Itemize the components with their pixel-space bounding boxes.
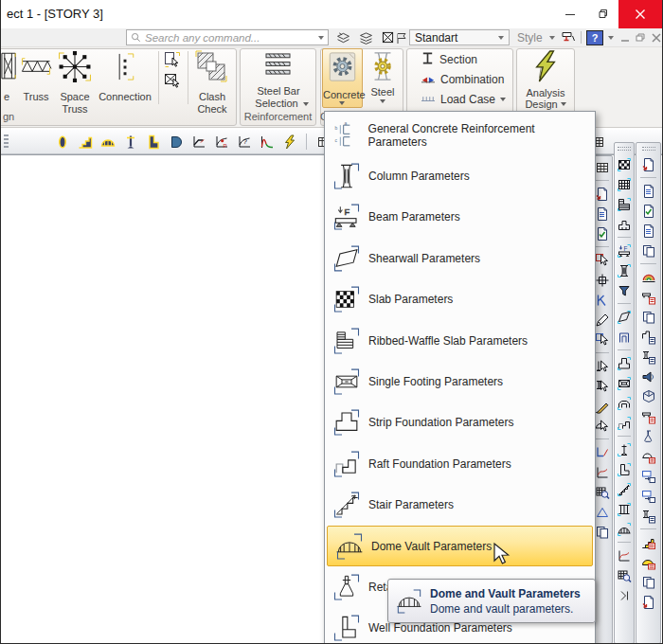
doc-restore-button[interactable]	[634, 31, 647, 44]
blocks-icon[interactable]	[615, 215, 634, 233]
doc-col-icon[interactable]	[636, 348, 660, 366]
curve-red-icon[interactable]	[615, 546, 634, 564]
menu-item[interactable]: Strip Foundation Parameters	[325, 402, 595, 443]
doc-check-icon[interactable]	[593, 224, 612, 242]
ribbed-icon[interactable]	[615, 195, 634, 213]
toolbar-grip[interactable]	[618, 147, 631, 151]
format-painter-icon[interactable]	[559, 29, 578, 45]
doc-blue-icon[interactable]	[636, 182, 660, 200]
toolbar-grip[interactable]	[4, 134, 9, 150]
foot-icon[interactable]	[615, 354, 634, 372]
frame-icon[interactable]	[1, 51, 19, 82]
chart-p-icon[interactable]: P	[212, 132, 230, 152]
beamF-icon[interactable]: F	[615, 242, 634, 259]
raft-icon[interactable]	[615, 414, 634, 432]
doc-beam-icon[interactable]	[636, 288, 660, 306]
column-hl-icon[interactable]	[53, 132, 71, 152]
doc-flask-icon[interactable]	[636, 427, 660, 445]
search-dropdown-icon[interactable]	[318, 36, 324, 40]
col-sel-icon[interactable]	[593, 377, 612, 395]
doc-red-icon[interactable]	[593, 185, 612, 203]
bridge-icon[interactable]	[615, 394, 634, 412]
menu-item[interactable]: Shearwall Parameters	[325, 238, 595, 278]
pole-sel-icon[interactable]	[593, 357, 612, 375]
chart-q-icon[interactable]: ?	[235, 132, 253, 152]
domeplan-hl-icon[interactable]	[167, 132, 185, 152]
dome-sel-icon[interactable]	[593, 417, 612, 435]
concrete-button[interactable]: Concrete	[322, 48, 363, 108]
bldg-3d-icon[interactable]	[636, 387, 660, 405]
arrow-red-icon[interactable]	[593, 251, 612, 269]
tri-blue-icon[interactable]	[593, 503, 612, 521]
minimize-button[interactable]	[554, 0, 586, 28]
corner-icon[interactable]	[615, 460, 634, 478]
arrow-blue-icon[interactable]	[593, 331, 612, 349]
doc-rect-icon[interactable]	[636, 467, 660, 485]
layer-down-icon[interactable]	[356, 29, 375, 45]
search-input[interactable]: Search any command...	[126, 29, 329, 45]
column-icon[interactable]	[615, 261, 634, 279]
close-button[interactable]	[618, 0, 662, 28]
footing-icon[interactable]	[615, 374, 634, 392]
waffle-mag-icon[interactable]	[615, 566, 634, 584]
steel-bar-selection-icon[interactable]	[264, 52, 292, 76]
table-grid-icon[interactable]	[593, 158, 612, 176]
menu-item[interactable]: Slab Parameters	[325, 279, 595, 320]
doc-col-icon[interactable]	[636, 507, 660, 525]
flag-icon[interactable]	[392, 29, 411, 45]
doc-red-icon[interactable]	[636, 155, 660, 173]
waffle-mag-icon[interactable]	[593, 483, 612, 501]
funnel-icon[interactable]	[615, 281, 634, 299]
curve-red-icon[interactable]	[593, 463, 612, 481]
space-truss-icon[interactable]	[58, 50, 92, 83]
space-truss-button-line2[interactable]: Truss	[56, 103, 94, 115]
dome16-icon[interactable]	[615, 520, 634, 538]
clash-check-button[interactable]: Clash	[197, 91, 227, 102]
maximize-button[interactable]	[586, 0, 618, 28]
expand-icon[interactable]	[615, 586, 634, 604]
deselect-element-icon[interactable]	[163, 71, 182, 90]
doc-blue-icon[interactable]	[636, 222, 660, 240]
cross-icon[interactable]	[593, 271, 612, 289]
combination-menu-item[interactable]: Combination	[421, 71, 504, 87]
horn-icon[interactable]	[636, 367, 660, 385]
steel-bar-dropdown-icon[interactable]	[303, 102, 309, 106]
profile-select[interactable]: Standart	[409, 29, 510, 45]
clash-check-icon[interactable]	[194, 49, 228, 83]
doc-minimize-button[interactable]	[618, 31, 632, 44]
menu-item[interactable]: abcGeneral Concrete Reinforcement Parame…	[325, 115, 595, 155]
doc-red-icon[interactable]	[636, 593, 660, 611]
menu-item[interactable]: Column Parameters	[325, 155, 595, 196]
doc-check-icon[interactable]	[636, 202, 660, 220]
dome-hl-icon[interactable]	[99, 132, 116, 152]
mast-hl-icon[interactable]	[121, 132, 139, 152]
steel-button[interactable]: Steel	[365, 50, 401, 103]
layer-up-icon[interactable]	[333, 29, 352, 45]
help-dropdown-icon[interactable]	[608, 36, 614, 40]
space-truss-button[interactable]: Space	[56, 91, 94, 102]
pole-icon[interactable]	[615, 440, 634, 458]
doc-copy-icon[interactable]	[636, 573, 660, 591]
k-blue-icon[interactable]	[593, 291, 612, 309]
temple-icon[interactable]	[615, 500, 634, 518]
steel-bar-selection-line2[interactable]: Selection	[249, 98, 304, 109]
toolbar-grip[interactable]	[642, 147, 655, 151]
pen-icon[interactable]	[593, 311, 612, 329]
doc-copy-icon[interactable]	[636, 242, 660, 259]
menu-item[interactable]: Single Footing Parameters	[325, 361, 595, 402]
truss-icon[interactable]	[20, 51, 52, 82]
doc-close-button[interactable]	[650, 31, 663, 44]
analysis-design-button[interactable]: Analysis Design	[524, 49, 567, 110]
chart-spectrum-icon[interactable]	[258, 132, 276, 152]
menu-item[interactable]: Dome Vault Parameters	[327, 526, 593, 566]
rainbow-icon[interactable]	[636, 268, 660, 286]
steel-bar-selection-button[interactable]: Steel Bar	[249, 85, 308, 97]
doc-blue-icon[interactable]	[593, 205, 612, 223]
chart-bilinear-icon[interactable]	[189, 132, 207, 152]
frame-button-label[interactable]: e	[4, 91, 9, 102]
connection-icon[interactable]	[109, 51, 141, 82]
stair-y-icon[interactable]	[636, 533, 660, 551]
ret-hl-icon[interactable]	[144, 132, 162, 152]
clash-check-button-line2[interactable]: Check	[197, 103, 227, 115]
load-case-menu-item[interactable]: Load Case	[421, 91, 506, 107]
